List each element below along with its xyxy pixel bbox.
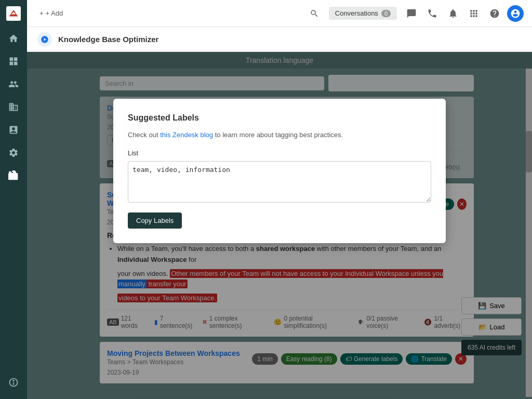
page-title: Knowledge Base Optimizer bbox=[58, 35, 158, 44]
modal-title: Suggested Labels bbox=[128, 113, 431, 123]
page-body: Translation language Search in Does A bbox=[27, 52, 532, 399]
sidebar-item-zendesk[interactable] bbox=[0, 372, 27, 393]
conversations-label: Conversations bbox=[335, 9, 378, 17]
suggested-labels-modal: Suggested Labels Check out this Zendesk … bbox=[113, 99, 446, 243]
user-avatar[interactable] bbox=[507, 5, 524, 22]
sidebar-item-views[interactable] bbox=[0, 50, 27, 73]
add-icon: + bbox=[39, 9, 44, 17]
modal-overlay[interactable]: Suggested Labels Check out this Zendesk … bbox=[27, 52, 532, 399]
sidebar-navigation bbox=[0, 27, 27, 187]
modal-list-label: List bbox=[128, 149, 431, 157]
sidebar-logo[interactable] bbox=[0, 0, 27, 27]
sidebar-item-organizations[interactable] bbox=[0, 96, 27, 118]
sidebar-item-reports[interactable] bbox=[0, 118, 27, 141]
add-label: + Add bbox=[46, 9, 63, 17]
copy-labels-button[interactable]: Copy Labels bbox=[128, 212, 182, 229]
sidebar bbox=[0, 0, 27, 399]
phone-icon-button[interactable] bbox=[424, 5, 441, 22]
sidebar-item-home[interactable] bbox=[0, 27, 27, 50]
chat-icon-button[interactable] bbox=[403, 5, 420, 22]
topbar: + + Add Conversations 0 bbox=[27, 0, 532, 27]
page-header: Knowledge Base Optimizer bbox=[27, 27, 532, 52]
bell-icon-button[interactable] bbox=[445, 5, 461, 22]
sidebar-item-box[interactable] bbox=[0, 164, 27, 187]
sidebar-item-users[interactable] bbox=[0, 73, 27, 96]
apps-icon-button[interactable] bbox=[466, 5, 482, 22]
help-icon-button[interactable] bbox=[486, 5, 503, 22]
conversations-badge: 0 bbox=[381, 10, 391, 17]
modal-description: Check out this Zendesk blog to learn mor… bbox=[128, 131, 431, 139]
modal-labels-textarea[interactable] bbox=[128, 161, 431, 203]
conversations-button[interactable]: Conversations 0 bbox=[329, 7, 397, 20]
add-button[interactable]: + + Add bbox=[35, 7, 67, 19]
page-header-icon bbox=[37, 32, 52, 47]
sidebar-bottom bbox=[0, 372, 27, 393]
modal-blog-link[interactable]: this Zendesk blog bbox=[160, 131, 213, 139]
sidebar-item-settings[interactable] bbox=[0, 141, 27, 164]
topbar-icons bbox=[403, 5, 524, 22]
search-button[interactable] bbox=[306, 5, 323, 22]
main-content: + + Add Conversations 0 bbox=[27, 0, 532, 399]
